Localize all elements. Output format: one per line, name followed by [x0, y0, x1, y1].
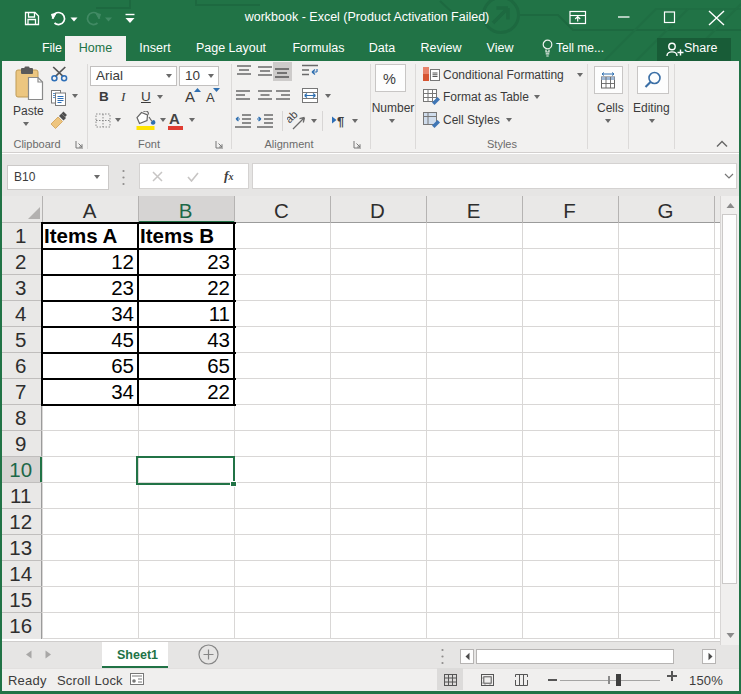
- svg-text:ab: ab: [287, 110, 300, 125]
- svg-text:¶: ¶: [337, 114, 344, 128]
